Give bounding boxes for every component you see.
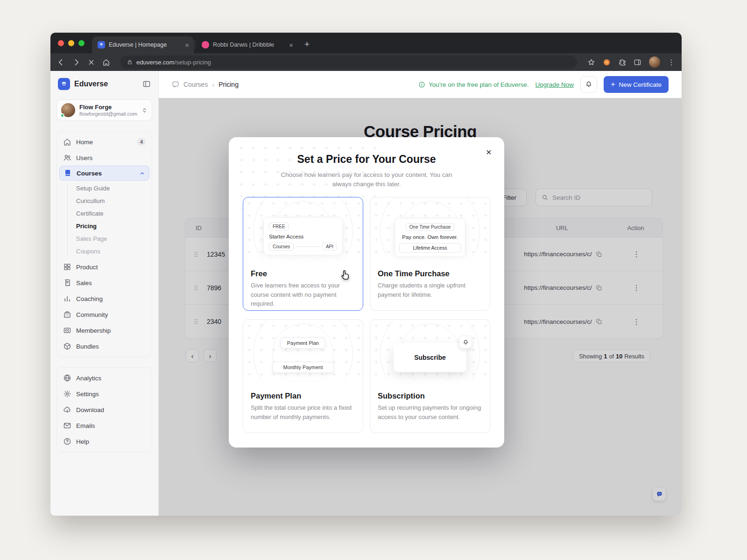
sidebar-item-label: Bundles xyxy=(76,343,99,350)
eduverse-favicon xyxy=(98,41,105,49)
sidebar-item-label: Product xyxy=(76,264,98,271)
monthly-payment-pill: Monthly Payment xyxy=(273,362,334,373)
address-bar[interactable]: eduverse.com/setup-pricing xyxy=(120,56,577,69)
lock-icon xyxy=(127,59,133,65)
upgrade-now-link[interactable]: Upgrade Now xyxy=(536,81,574,88)
dribbble-favicon xyxy=(202,41,209,49)
sidebar-subitem-pricing[interactable]: Pricing xyxy=(76,220,149,232)
browser-window: Eduverse | Homepage × Robbi Darwis | Dri… xyxy=(50,33,682,516)
users-icon xyxy=(63,154,71,162)
sidebar-item-label: Help xyxy=(76,438,89,445)
minimize-window-button[interactable] xyxy=(68,40,74,46)
back-icon[interactable] xyxy=(57,58,65,66)
stop-loading-icon[interactable] xyxy=(88,59,95,66)
sidebar-subitem-certificate[interactable]: Certificate xyxy=(76,207,149,220)
sidebar-item-label: Coaching xyxy=(76,295,103,302)
home-icon[interactable] xyxy=(102,58,110,66)
otp-badge: One Time Purchase xyxy=(406,223,454,231)
sidebar-subitem-curicullum[interactable]: Curicullum xyxy=(76,195,149,207)
analytics-globe-icon xyxy=(63,374,71,382)
new-certificate-label: New Certificate xyxy=(619,81,662,88)
sidebar-subitem-setup-guide[interactable]: Setup Guide xyxy=(76,182,149,195)
help-circle-icon xyxy=(63,437,71,446)
envelope-icon xyxy=(63,421,71,430)
extensions-puzzle-icon[interactable] xyxy=(618,58,626,66)
home-icon xyxy=(63,138,71,146)
profile-email: flowforgestd@gmail.com xyxy=(79,111,137,117)
browser-menu-icon[interactable]: ⋮ xyxy=(668,58,675,67)
sidebar-item-label: Download xyxy=(76,406,104,413)
sidebar-item-help[interactable]: Help xyxy=(59,434,149,449)
sidebar-subitem-coupons[interactable]: Coupons xyxy=(76,245,149,258)
notifications-button[interactable] xyxy=(580,76,597,93)
new-certificate-button[interactable]: + New Certificate xyxy=(604,76,669,93)
sales-receipt-icon xyxy=(63,279,71,287)
sidebar-item-community[interactable]: Community xyxy=(59,307,149,322)
gear-icon xyxy=(63,390,71,398)
sidebar-item-label: Community xyxy=(76,311,108,318)
app: Eduverse Flow Forge flowforgestd@gmail.c… xyxy=(50,71,682,516)
sidebar-item-settings[interactable]: Settings xyxy=(59,386,149,402)
url-path: /setup-pricing xyxy=(175,59,211,66)
option-description: Split the total course price into a fixe… xyxy=(251,403,355,421)
window-controls xyxy=(58,40,85,46)
sidebar-item-emails[interactable]: Emails xyxy=(59,418,149,434)
sidebar-item-sales[interactable]: Sales xyxy=(59,275,149,291)
secondary-nav: Analytics Settings Download Emails Help xyxy=(56,367,152,452)
tab-close-icon[interactable]: × xyxy=(185,42,189,49)
sidebar-item-download[interactable]: Download xyxy=(59,402,149,418)
message-square-icon xyxy=(172,81,179,88)
cloud-download-icon xyxy=(63,406,71,414)
sidebar-item-courses[interactable]: Courses xyxy=(59,166,149,181)
zoom-window-button[interactable] xyxy=(78,40,85,46)
free-badge: FREE xyxy=(269,223,289,231)
sidebar-item-home[interactable]: Home 4 xyxy=(59,134,149,150)
new-tab-button[interactable]: + xyxy=(304,39,310,49)
sidebar-collapse-icon[interactable] xyxy=(142,80,151,88)
sidebar-item-product[interactable]: Product xyxy=(59,259,149,275)
eduverse-logo xyxy=(58,78,70,90)
free-chip-api: API xyxy=(322,243,337,251)
sidebar-item-label: Membership xyxy=(76,327,111,334)
breadcrumb-courses[interactable]: Courses xyxy=(183,81,208,88)
online-status-dot xyxy=(60,113,64,118)
url-domain: eduverse.com xyxy=(136,59,175,66)
sidebar-item-coaching[interactable]: Coaching xyxy=(59,291,149,307)
account-switcher[interactable]: Flow Forge flowforgestd@gmail.com xyxy=(56,99,152,121)
coaching-bars-icon xyxy=(63,294,71,303)
pricing-option-free[interactable]: FREE Starter Access Courses API xyxy=(243,197,363,311)
sidebar-item-users[interactable]: Users xyxy=(59,150,149,166)
side-panel-icon[interactable] xyxy=(634,58,641,66)
forward-icon[interactable] xyxy=(72,58,80,66)
extension-orange-icon[interactable] xyxy=(603,58,611,66)
close-window-button[interactable] xyxy=(58,40,64,46)
chevron-up-down-icon xyxy=(141,107,148,113)
avatar xyxy=(61,103,75,117)
sidebar-item-analytics[interactable]: Analytics xyxy=(59,370,149,386)
sidebar-item-bundles[interactable]: Bundles xyxy=(59,338,149,354)
option-title: One Time Purchase xyxy=(378,269,482,278)
main-nav: Home 4 Users Courses Setup Guide Curicul… xyxy=(56,131,152,357)
option-title: Subscription xyxy=(378,392,482,400)
free-illustration: FREE Starter Access Courses API xyxy=(243,197,363,264)
bundles-cube-icon xyxy=(63,342,71,350)
pricing-option-one-time-purchase[interactable]: One Time Purchase Pay once. Own forever.… xyxy=(370,197,490,311)
tab-title: Robbi Darwis | Dribbble xyxy=(213,42,285,48)
subscription-illustration: Subscribe xyxy=(370,320,490,386)
tab-eduverse[interactable]: Eduverse | Homepage × xyxy=(92,36,194,53)
main-area: Courses › Pricing You're on the free pla… xyxy=(159,71,682,516)
tab-separator xyxy=(195,41,195,49)
pricing-option-payment-plan[interactable]: Payment Plan Monthly Payment Payment Pla… xyxy=(243,319,363,433)
breadcrumb-pricing: Pricing xyxy=(218,81,239,88)
tab-close-icon[interactable]: × xyxy=(289,42,293,49)
sidebar-item-membership[interactable]: Membership xyxy=(59,322,149,338)
tab-title: Eduverse | Homepage xyxy=(109,42,181,48)
courses-book-icon xyxy=(63,169,72,177)
pricing-option-subscription[interactable]: Subscribe Subscription Set up recurring … xyxy=(370,319,490,433)
browser-profile-avatar[interactable] xyxy=(649,56,660,68)
tab-dribbble[interactable]: Robbi Darwis | Dribbble × xyxy=(196,36,298,53)
sidebar-subitem-sales-page[interactable]: Sales Page xyxy=(76,232,149,245)
sidebar-item-label: Courses xyxy=(77,170,102,177)
bookmark-star-icon[interactable] xyxy=(587,58,595,66)
subscribe-mini-card: Subscribe xyxy=(394,343,466,372)
